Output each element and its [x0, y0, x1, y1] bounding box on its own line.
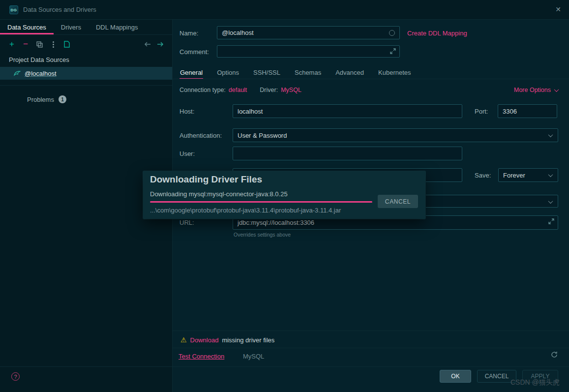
- authentication-select[interactable]: User & Password: [233, 128, 558, 142]
- save-value: Forever: [503, 172, 525, 179]
- expand-icon[interactable]: [548, 218, 554, 226]
- app-icon: DG: [9, 5, 18, 14]
- tab-drivers[interactable]: Drivers: [54, 20, 89, 34]
- ok-button[interactable]: OK: [440, 370, 471, 383]
- project-data-sources-label: Project Data Sources: [9, 56, 69, 63]
- restore-defaults-icon[interactable]: [550, 351, 558, 361]
- more-options-label: More Options: [514, 87, 551, 93]
- add-icon[interactable]: +: [8, 40, 16, 48]
- chevron-down-icon: [554, 87, 559, 92]
- datasource-item-label: @localhost: [25, 70, 57, 77]
- download-driver-link[interactable]: Download: [190, 336, 219, 344]
- chevron-down-icon: [548, 199, 553, 204]
- host-input[interactable]: localhost: [233, 104, 462, 118]
- port-value: 3306: [503, 108, 517, 115]
- mysql-icon: [13, 69, 21, 77]
- content-divider: [173, 331, 569, 331]
- url-hint: Overrides settings above: [234, 232, 291, 238]
- tab-general[interactable]: General: [180, 66, 203, 79]
- window-title: Data Sources and Drivers: [23, 6, 96, 13]
- sidebar-toolbar: + −: [0, 38, 172, 50]
- expand-icon[interactable]: [390, 48, 396, 56]
- url-label: URL:: [180, 219, 194, 226]
- more-options-link[interactable]: More Options: [514, 87, 558, 93]
- name-value: @localhost: [222, 29, 254, 36]
- help-icon[interactable]: ?: [11, 372, 20, 381]
- duplicate-icon[interactable]: [35, 40, 43, 48]
- tab-schemas[interactable]: Schemas: [294, 66, 322, 79]
- data-sources-dialog: DG Data Sources and Drivers ✕ Data Sourc…: [0, 0, 569, 392]
- problems-node[interactable]: Problems 1: [27, 95, 66, 103]
- footer-divider: [0, 366, 569, 367]
- save-select[interactable]: Forever: [498, 168, 558, 182]
- host-value: localhost: [238, 108, 263, 115]
- authentication-label: Authentication:: [180, 132, 222, 139]
- driver-label: Driver:: [260, 87, 278, 93]
- back-arrow-icon[interactable]: [144, 40, 151, 48]
- problems-count-badge: 1: [59, 95, 66, 103]
- comment-input[interactable]: [217, 45, 400, 58]
- name-input[interactable]: @localhost: [217, 26, 400, 39]
- authentication-value: User & Password: [238, 132, 287, 139]
- new-datasource-file-icon[interactable]: [63, 40, 71, 48]
- forward-arrow-icon[interactable]: [156, 40, 164, 48]
- popup-status-text: Downloading mysql:mysql-connector-java:8…: [150, 190, 288, 198]
- close-icon[interactable]: ✕: [555, 5, 561, 13]
- port-label: Port:: [475, 108, 488, 115]
- test-connection-link[interactable]: Test Connection: [179, 353, 224, 360]
- titlebar: DG Data Sources and Drivers ✕: [0, 0, 569, 20]
- warning-icon: ⚠: [180, 336, 187, 344]
- problems-label: Problems: [27, 96, 54, 103]
- history-nav: [144, 40, 164, 48]
- popup-file-path: ...\com\google\protobuf\protobuf-java\3.…: [150, 207, 341, 214]
- remove-icon[interactable]: −: [22, 40, 30, 48]
- downloading-driver-popup: Downloading Driver Files Downloading mys…: [143, 171, 425, 219]
- download-progress-fill: [150, 201, 372, 203]
- create-ddl-mapping-link[interactable]: Create DDL Mapping: [407, 30, 467, 37]
- url-value: jdbc:mysql://localhost:3306: [238, 219, 314, 226]
- sidebar-divider: [0, 85, 172, 86]
- host-label: Host:: [180, 108, 194, 115]
- tab-ssh-ssl[interactable]: SSH/SSL: [253, 66, 281, 79]
- watermark: CSDN @猫头虎: [510, 378, 560, 387]
- connection-type-value[interactable]: default: [229, 87, 247, 93]
- missing-driver-warning: ⚠ Download missing driver files: [180, 336, 274, 344]
- user-input[interactable]: [233, 147, 462, 160]
- name-label: Name:: [180, 30, 198, 37]
- user-label: User:: [180, 150, 195, 157]
- tab-data-sources[interactable]: Data Sources: [0, 20, 54, 34]
- comment-label: Comment:: [180, 48, 209, 56]
- driver-name-label: MySQL: [243, 353, 264, 360]
- chevron-down-icon: [548, 172, 553, 177]
- test-connection-divider: [173, 348, 569, 348]
- settings-tabs: General Options SSH/SSL Schemas Advanced…: [180, 66, 412, 79]
- tabs-divider: [173, 79, 569, 79]
- warning-text: missing driver files: [222, 336, 274, 344]
- more-actions-icon[interactable]: [49, 40, 57, 48]
- save-label: Save:: [475, 172, 491, 179]
- port-input[interactable]: 3306: [498, 104, 557, 118]
- loading-spinner-icon: [389, 30, 395, 36]
- sidebar-tabs: Data Sources Drivers DDL Mappings: [0, 20, 172, 35]
- chevron-down-icon: [548, 132, 553, 137]
- connection-type-row: Connection type: default Driver: MySQL M…: [180, 85, 558, 95]
- datasource-item-localhost[interactable]: @localhost: [0, 67, 172, 80]
- download-progress-bar: [150, 201, 372, 203]
- connection-type-label: Connection type:: [180, 87, 226, 93]
- tab-kubernetes[interactable]: Kubernetes: [378, 66, 412, 79]
- popup-title: Downloading Driver Files: [150, 174, 262, 185]
- driver-value[interactable]: MySQL: [281, 87, 301, 93]
- popup-cancel-button[interactable]: CANCEL: [378, 195, 418, 208]
- tab-advanced[interactable]: Advanced: [335, 66, 364, 79]
- tab-ddl-mappings[interactable]: DDL Mappings: [89, 20, 146, 34]
- tab-options[interactable]: Options: [216, 66, 240, 79]
